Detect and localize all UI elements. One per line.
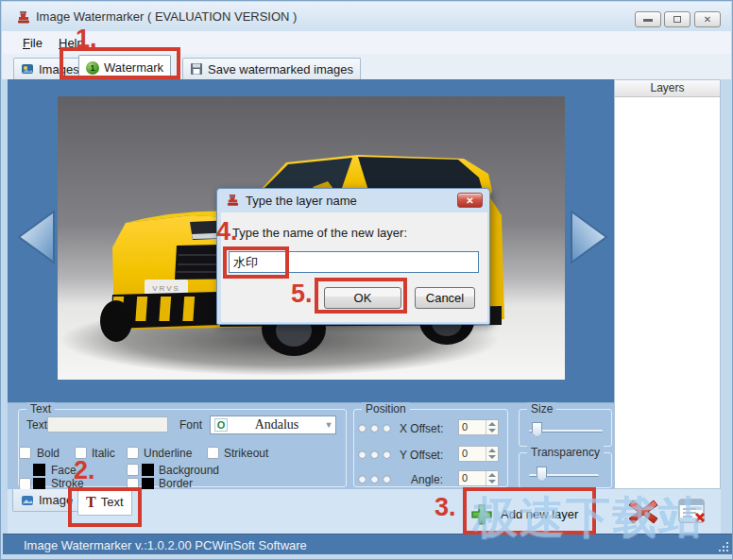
cancel-label: Cancel bbox=[426, 291, 464, 305]
angle-value: 0 bbox=[462, 472, 468, 484]
spin-up-icon bbox=[488, 422, 496, 426]
position-radio-top-right[interactable] bbox=[383, 424, 391, 433]
background-checkbox[interactable] bbox=[127, 464, 139, 476]
transparency-group-title: Transparency bbox=[527, 446, 604, 459]
status-text: Image Watermarker v.:1.0.2.00 PCWinSoft … bbox=[24, 538, 307, 552]
opentype-font-icon: O bbox=[214, 418, 228, 432]
position-radio-middle-left[interactable] bbox=[358, 450, 366, 459]
size-slider-thumb[interactable] bbox=[532, 422, 542, 437]
strikeout-label: Strikeout bbox=[224, 447, 268, 460]
angle-spinner[interactable]: 0 bbox=[458, 470, 499, 486]
dialog-title-bar: Type the layer name ✕ bbox=[217, 189, 489, 212]
dialog-close-button[interactable]: ✕ bbox=[457, 193, 483, 208]
y-offset-label: Y Offset: bbox=[400, 449, 443, 462]
previous-image-arrow[interactable] bbox=[16, 210, 56, 264]
chevron-down-icon: ▼ bbox=[322, 420, 335, 430]
background-color-swatch[interactable] bbox=[142, 464, 154, 476]
restore-button[interactable] bbox=[664, 11, 690, 27]
layers-panel: Layers bbox=[614, 79, 721, 489]
spin-up-icon bbox=[488, 449, 496, 452]
dialog-title: Type the layer name bbox=[246, 194, 357, 208]
resize-grip[interactable] bbox=[717, 540, 728, 552]
spin-down-icon bbox=[488, 429, 496, 433]
italic-label: Italic bbox=[92, 447, 115, 460]
dialog-app-icon bbox=[226, 194, 240, 208]
strikeout-checkbox[interactable] bbox=[207, 447, 219, 459]
annotation-number-1: 1. bbox=[76, 26, 97, 52]
annotation-number-4: 4. bbox=[216, 219, 238, 245]
remove-image-button[interactable] bbox=[675, 497, 707, 527]
watermark-text-input[interactable] bbox=[47, 416, 168, 433]
font-dropdown[interactable]: O Andalus ▼ bbox=[210, 416, 336, 434]
background-label: Background bbox=[159, 464, 219, 477]
angle-label: Angle: bbox=[411, 473, 443, 486]
bold-label: Bold bbox=[37, 447, 60, 460]
close-icon: ✕ bbox=[704, 14, 711, 25]
save-icon bbox=[190, 62, 203, 76]
close-button[interactable]: ✕ bbox=[694, 11, 721, 27]
annotation-box-step5 bbox=[315, 278, 407, 314]
layers-header: Layers bbox=[615, 80, 720, 97]
next-image-arrow[interactable] bbox=[570, 210, 609, 264]
transparency-group: Transparency bbox=[519, 452, 612, 488]
spin-down-icon bbox=[488, 455, 496, 459]
minimize-button[interactable] bbox=[635, 11, 661, 27]
position-radio-top-center[interactable] bbox=[370, 424, 379, 433]
spinner-buttons[interactable] bbox=[486, 471, 498, 485]
text-field-label: Text bbox=[26, 418, 47, 432]
underline-checkbox[interactable] bbox=[127, 447, 139, 459]
bold-checkbox[interactable] bbox=[19, 447, 31, 459]
x-offset-spinner[interactable]: 0 bbox=[458, 419, 499, 435]
spinner-buttons[interactable] bbox=[486, 447, 498, 461]
text-controls-panel: Text Text Font O Andalus ▼ Bold Italic U… bbox=[8, 402, 614, 489]
app-icon bbox=[16, 10, 31, 25]
annotation-number-2: 2. bbox=[74, 458, 95, 484]
tab-save-label: Save watermarked images bbox=[208, 62, 353, 76]
position-radio-middle-center[interactable] bbox=[370, 450, 379, 459]
y-offset-spinner[interactable]: 0 bbox=[458, 446, 499, 462]
dialog-close-icon: ✕ bbox=[466, 195, 473, 206]
spin-up-icon bbox=[488, 473, 496, 477]
menu-file[interactable]: File bbox=[18, 34, 47, 52]
position-group: Position X Offset: 0 Y Offset: 0 Angle: bbox=[353, 409, 508, 487]
layers-list[interactable] bbox=[615, 97, 720, 488]
position-radio-bottom-left[interactable] bbox=[358, 475, 366, 484]
title-bar: Image Watermarker ( EVALUATION VERSION )… bbox=[2, 2, 731, 31]
transparency-slider-thumb[interactable] bbox=[537, 467, 547, 482]
y-offset-value: 0 bbox=[462, 448, 468, 459]
size-group: Size bbox=[519, 409, 612, 447]
position-radio-bottom-right[interactable] bbox=[383, 475, 391, 484]
text-group-title: Text bbox=[26, 402, 55, 416]
license-plate-text: VRVS bbox=[152, 284, 180, 293]
annotation-box-step2 bbox=[68, 487, 142, 527]
underline-label: Underline bbox=[144, 447, 192, 460]
dialog-prompt: Type the name of the new layer: bbox=[232, 226, 407, 240]
spin-down-icon bbox=[488, 480, 496, 484]
size-group-title: Size bbox=[527, 402, 556, 416]
position-radio-top-left[interactable] bbox=[358, 424, 366, 433]
x-offset-label: X Offset: bbox=[400, 422, 443, 435]
annotation-number-5: 5. bbox=[291, 281, 313, 307]
font-selected-value: Andalus bbox=[231, 417, 322, 433]
spinner-buttons[interactable] bbox=[486, 420, 498, 434]
tab-save[interactable]: Save watermarked images bbox=[182, 58, 361, 79]
annotation-number-3: 3. bbox=[435, 495, 456, 520]
text-group: Text Text Font O Andalus ▼ Bold Italic U… bbox=[18, 409, 347, 487]
face-label: Face bbox=[51, 464, 77, 477]
border-label: Border bbox=[159, 477, 193, 490]
restore-icon bbox=[673, 16, 681, 23]
font-label: Font bbox=[179, 418, 202, 432]
face-color-swatch[interactable] bbox=[33, 464, 45, 476]
cancel-button[interactable]: Cancel bbox=[415, 287, 475, 309]
x-offset-value: 0 bbox=[462, 421, 468, 433]
position-radio-middle-right[interactable] bbox=[383, 450, 391, 459]
photo-icon bbox=[21, 62, 34, 76]
minimize-icon bbox=[643, 19, 653, 22]
delete-layer-button[interactable] bbox=[627, 497, 659, 527]
annotation-box-step4 bbox=[223, 246, 289, 279]
position-group-title: Position bbox=[362, 402, 410, 416]
image-layer-icon bbox=[21, 494, 34, 507]
window-title: Image Watermarker ( EVALUATION VERSION ) bbox=[36, 9, 297, 24]
annotation-box-step3 bbox=[463, 487, 596, 535]
position-radio-bottom-center[interactable] bbox=[370, 475, 379, 484]
